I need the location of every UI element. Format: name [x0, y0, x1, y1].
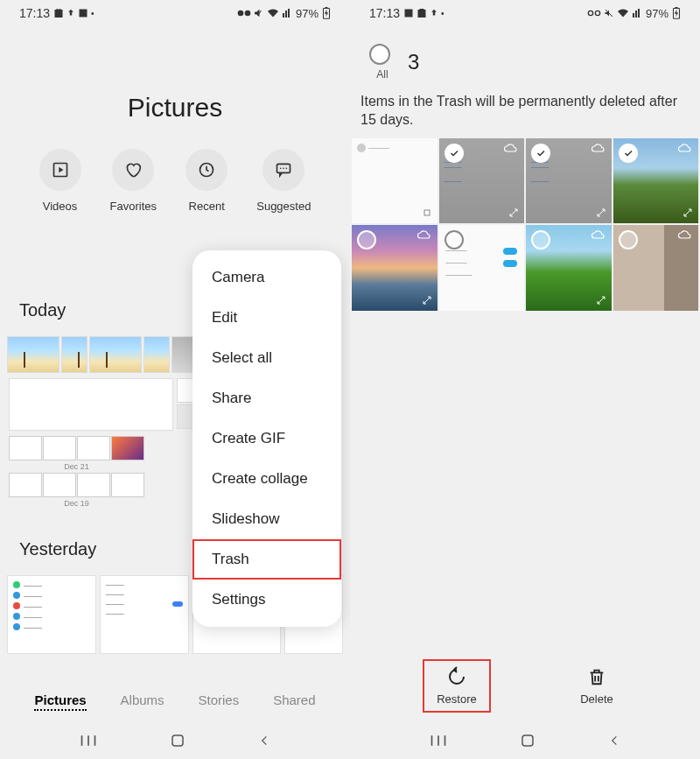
svg-rect-13 [405, 10, 413, 18]
category-label: Videos [43, 200, 78, 213]
tab-albums[interactable]: Albums [121, 692, 164, 711]
trash-icon [587, 666, 606, 687]
status-time: 17:13 [19, 6, 50, 20]
trash-item[interactable]: ———— ———— ————— [439, 225, 525, 311]
thumbnail[interactable] [111, 436, 144, 460]
restore-button[interactable]: Restore [424, 661, 489, 711]
status-bar: 17:13 • 97% [0, 0, 350, 26]
status-time: 17:13 [369, 6, 400, 20]
bottom-tabs: Pictures Albums Stories Shared [0, 684, 350, 720]
status-right-icons [237, 8, 292, 18]
thumbnail[interactable] [43, 473, 76, 497]
tab-stories[interactable]: Stories [199, 692, 240, 711]
category-favorites[interactable]: Favorites [110, 149, 157, 213]
thumbnail[interactable] [89, 336, 142, 373]
thumbnail[interactable] [9, 436, 42, 460]
thumbnail[interactable] [61, 336, 88, 373]
clock-icon [198, 161, 215, 179]
check-icon[interactable] [444, 144, 464, 163]
selection-count: 3 [408, 50, 419, 74]
menu-create-collage[interactable]: Create collage [192, 459, 341, 499]
menu-create-gif[interactable]: Create GIF [192, 418, 341, 459]
phone-right-trash: 17:13 • 97% All 3 [350, 0, 700, 759]
page-title: Pictures [0, 93, 350, 123]
status-battery-pct: 97% [296, 7, 318, 20]
play-box-icon [52, 161, 69, 179]
context-menu: Camera Edit Select all Share Create GIF … [192, 250, 341, 627]
status-right-icons [587, 8, 642, 18]
thumbnail[interactable] [9, 473, 42, 497]
thumbnail[interactable] [7, 336, 60, 373]
thumbnail[interactable] [77, 436, 110, 460]
check-icon[interactable] [619, 230, 638, 249]
svg-point-7 [283, 168, 284, 170]
trash-item[interactable] [526, 225, 612, 311]
select-all-checkbox[interactable] [369, 44, 390, 65]
status-left-icons: • [53, 8, 94, 18]
select-header: All 3 [350, 26, 700, 88]
thumbnail[interactable] [43, 436, 76, 460]
category-videos[interactable]: Videos [39, 149, 81, 213]
trash-item[interactable]: ———————————— [526, 138, 612, 224]
menu-trash[interactable]: Trash [192, 539, 341, 580]
svg-rect-2 [326, 7, 328, 8]
back-nav-icon[interactable] [258, 734, 270, 748]
menu-edit[interactable]: Edit [192, 298, 341, 338]
recents-nav-icon[interactable] [430, 734, 447, 748]
thumbnail[interactable]: ——— ——— ——— ——— ——— [7, 575, 96, 654]
battery-icon [322, 7, 331, 19]
category-label: Recent [189, 200, 225, 213]
trash-item[interactable] [613, 225, 699, 311]
menu-camera[interactable]: Camera [192, 257, 341, 298]
status-bar: 17:13 • 97% [350, 0, 700, 26]
check-icon[interactable] [619, 144, 638, 163]
check-icon[interactable] [444, 230, 464, 249]
thumbnail[interactable] [144, 336, 170, 373]
action-label: Restore [437, 692, 477, 706]
menu-slideshow[interactable]: Slideshow [192, 499, 341, 539]
trash-item[interactable]: ———————————— [439, 138, 525, 224]
svg-rect-17 [424, 210, 430, 215]
restore-icon [446, 666, 467, 687]
speech-icon [275, 161, 292, 179]
battery-icon [672, 7, 681, 19]
phone-left-pictures: 17:13 • 97% Pictures Videos [0, 0, 350, 759]
svg-rect-16 [676, 7, 678, 8]
check-icon[interactable] [531, 144, 550, 163]
action-bar: Restore Delete [350, 652, 700, 720]
trash-item[interactable] [352, 225, 438, 311]
check-icon[interactable] [357, 230, 376, 249]
trash-grid: ———— ———————————— ———————————— [350, 138, 700, 311]
thumbnail[interactable]: ——— ——— ——— ——— [100, 575, 189, 654]
select-all-label: All [376, 68, 388, 81]
category-row: Videos Favorites Recent Suggested [0, 149, 350, 213]
tab-shared[interactable]: Shared [273, 692, 315, 711]
category-suggested[interactable]: Suggested [256, 149, 311, 213]
tab-pictures[interactable]: Pictures [34, 692, 86, 711]
category-recent[interactable]: Recent [186, 149, 228, 213]
recents-nav-icon[interactable] [80, 734, 97, 748]
menu-select-all[interactable]: Select all [192, 338, 341, 378]
nav-bar [350, 722, 700, 759]
home-nav-icon[interactable] [520, 733, 536, 748]
home-nav-icon[interactable] [170, 733, 186, 748]
status-left-icons: • [403, 8, 444, 18]
delete-button[interactable]: Delete [568, 661, 626, 711]
svg-rect-12 [172, 735, 183, 746]
menu-settings[interactable]: Settings [192, 580, 341, 620]
action-label: Delete [580, 692, 613, 706]
check-icon[interactable] [531, 230, 550, 249]
svg-point-8 [286, 168, 288, 170]
thumbnail[interactable] [111, 473, 144, 497]
status-battery-pct: 97% [646, 7, 668, 20]
trash-item[interactable] [613, 138, 699, 224]
heart-icon [124, 161, 142, 179]
thumbnail[interactable] [77, 473, 110, 497]
back-nav-icon[interactable] [608, 734, 620, 748]
menu-share[interactable]: Share [192, 378, 341, 418]
thumbnail[interactable] [9, 378, 173, 431]
svg-point-6 [280, 168, 282, 170]
svg-rect-21 [522, 735, 533, 746]
svg-rect-0 [80, 10, 88, 18]
trash-item[interactable]: ———— [352, 138, 438, 224]
